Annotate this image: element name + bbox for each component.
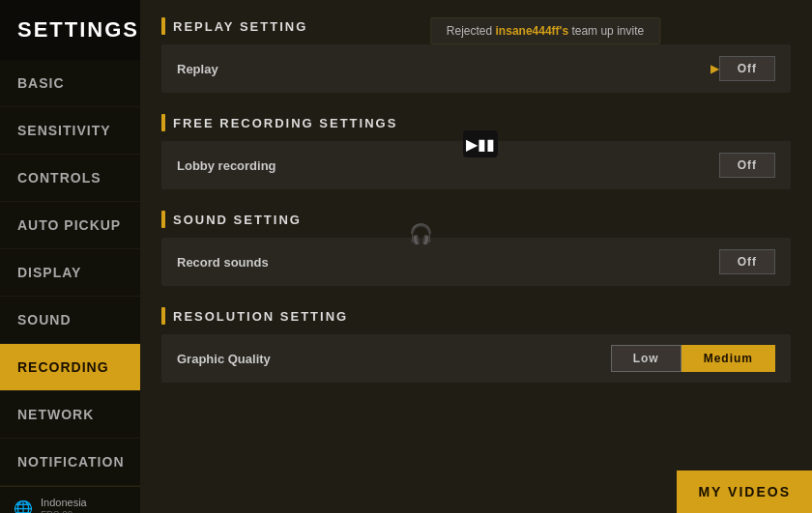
record-sounds-toggle[interactable]: Off [719, 249, 775, 274]
resolution-section-header: RESOLUTION SETTING [161, 307, 791, 325]
free-recording-section-header: FREE RECORDING SETTINGS [161, 114, 791, 131]
quality-low-btn[interactable]: Low [611, 345, 682, 372]
sidebar-item-auto-pickup[interactable]: AUTO PICKUP [0, 202, 140, 249]
section-accent-bar [161, 307, 165, 325]
replay-row: Replay ▶ Off [161, 44, 791, 93]
replay-label: Replay [177, 62, 703, 76]
sound-section: SOUND SETTING Record sounds Off [161, 211, 791, 286]
sidebar-item-sound[interactable]: SOUND [0, 297, 140, 344]
sidebar-title: SETTINGS [0, 0, 140, 60]
country-label: Indonesia [41, 497, 87, 508]
sidebar-item-display[interactable]: DISPLAY [0, 249, 140, 297]
resolution-section-title: RESOLUTION SETTING [173, 309, 348, 324]
notification-prefix: Rejected [447, 24, 496, 38]
sidebar-footer: 🌐 Indonesia FPS 89 [0, 486, 140, 513]
sidebar: SETTINGS BASIC SENSITIVITY CONTROLS AUTO… [0, 0, 140, 513]
replay-arrow: ▶ [710, 62, 719, 75]
video-camera-icon: ▶▮▮ [463, 130, 498, 157]
lobby-recording-toggle[interactable]: Off [719, 153, 775, 178]
section-accent-bar [161, 17, 165, 35]
globe-icon: 🌐 [14, 499, 33, 513]
replay-toggle[interactable]: Off [719, 56, 775, 81]
section-accent-bar [161, 114, 165, 131]
quality-medium-btn[interactable]: Medium [682, 345, 775, 372]
resolution-section: RESOLUTION SETTING Graphic Quality Low M… [161, 307, 791, 383]
sidebar-item-basic[interactable]: BASIC [0, 60, 140, 107]
sidebar-item-sensitivity[interactable]: SENSITIVITY [0, 107, 140, 155]
sidebar-item-notification[interactable]: NOTIFICATION [0, 439, 140, 486]
record-sounds-label: Record sounds [177, 255, 719, 270]
notification-banner: Rejected insane444ff's team up invite [430, 17, 660, 44]
my-videos-button[interactable]: MY VIDEOS [677, 470, 812, 513]
graphic-quality-row: Graphic Quality Low Medium [161, 334, 791, 383]
notification-suffix: team up invite [568, 24, 644, 38]
main-content: Rejected insane444ff's team up invite ▶▮… [140, 0, 812, 513]
sound-section-header: SOUND SETTING [161, 211, 791, 228]
record-sounds-row: Record sounds Off [161, 238, 791, 286]
free-recording-section-title: FREE RECORDING SETTINGS [173, 116, 397, 130]
lobby-recording-label: Lobby recording [177, 158, 719, 173]
graphic-quality-label: Graphic Quality [177, 352, 611, 366]
notification-username: insane444ff's [496, 24, 569, 38]
headphones-icon: 🎧 [409, 222, 433, 245]
replay-section-title: REPLAY SETTING [173, 19, 307, 34]
sidebar-item-network[interactable]: NETWORK [0, 391, 140, 439]
sound-section-title: SOUND SETTING [173, 213, 302, 227]
quality-group: Low Medium [611, 345, 775, 372]
sidebar-item-controls[interactable]: CONTROLS [0, 155, 140, 202]
sidebar-item-recording[interactable]: RECORDING [0, 344, 140, 391]
section-accent-bar [161, 211, 165, 228]
